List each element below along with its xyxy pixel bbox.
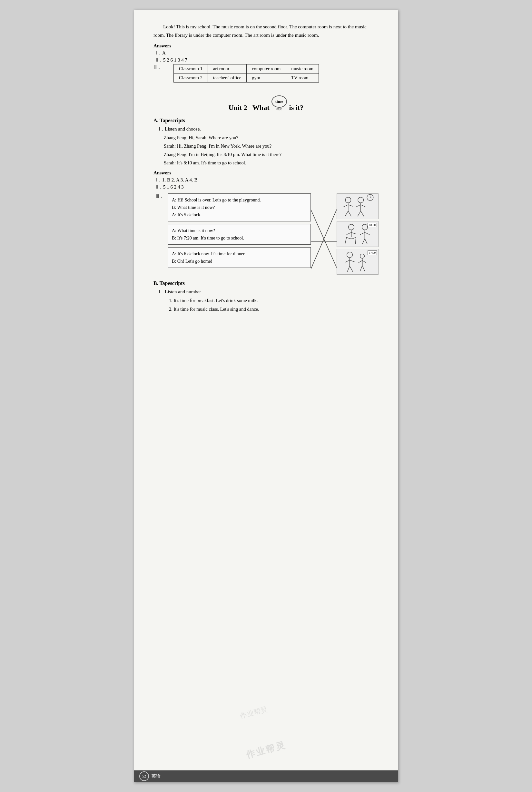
dialogue-box-2: A: What time is it now? B: It's 7:20 am.…: [168, 224, 311, 245]
page: Look! This is my school. The music room …: [134, 10, 398, 782]
a-listen-label: Ⅰ．Listen and choose.: [159, 126, 379, 132]
unit-title: Unit 2 What time 精灵 is it?: [153, 96, 379, 112]
watermark-2: 作业帮灵: [239, 704, 269, 721]
dialogue-boxes: A: Hi! School is over. Let's go to the p…: [168, 193, 311, 268]
svg-line-14: [356, 205, 361, 207]
clock-circle: time: [271, 95, 287, 108]
svg-point-12: [358, 197, 364, 203]
answers-label-1: Answers: [153, 43, 379, 49]
table-cell: music room: [286, 64, 319, 74]
answers-block-1: Answers Ⅰ．A Ⅱ．5 2 6 1 3 4 7 Ⅲ． Classroom…: [153, 43, 379, 88]
svg-line-35: [350, 266, 353, 272]
box3-line1: A: It's 6 o'clock now. It's time for din…: [172, 250, 307, 257]
svg-line-9: [348, 205, 353, 206]
svg-line-28: [362, 238, 365, 244]
dialogue-line-2: Sarah: Hi, Zhang Peng. I'm in New York. …: [164, 142, 379, 150]
table-cell: computer room: [247, 64, 286, 74]
b-tapescripts-title: B. Tapescripts: [153, 281, 379, 286]
dialogue-line-4: Sarah: It's 8:10 am. It's time to go to …: [164, 159, 379, 167]
svg-point-6: [345, 197, 351, 203]
svg-line-15: [361, 205, 366, 207]
box2-line2: B: It's 7:20 am. It's time to go to scho…: [172, 234, 307, 242]
dialogue-box-1: A: Hi! School is over. Let's go to the p…: [168, 193, 311, 221]
unit-label: Unit 2 What: [229, 103, 271, 112]
svg-line-26: [360, 232, 365, 235]
intro-paragraph: Look! This is my school. The music room …: [153, 23, 379, 39]
box1-line1: A: Hi! School is over. Let's go to the p…: [172, 196, 307, 204]
table-cell: Classroom 1: [174, 64, 208, 74]
a-answer-1: Ⅰ．1. B 2. A 3. A 4. B: [156, 177, 379, 183]
b-item-1: 1. It's time for breakfast. Let's drink …: [169, 297, 379, 305]
svg-line-16: [358, 211, 361, 216]
unit-end: is it?: [289, 103, 304, 112]
box3-line2: B: Oh! Let's go home!: [172, 257, 307, 265]
svg-line-10: [345, 211, 348, 216]
svg-line-33: [350, 260, 355, 262]
svg-point-36: [360, 254, 365, 258]
svg-line-38: [359, 260, 362, 263]
scene-image-1: [337, 193, 379, 219]
box2-line1: A: What time is it now?: [172, 227, 307, 234]
answer-table: Classroom 1 art room computer room music…: [173, 64, 319, 82]
box1-line2: B: What time is it now?: [172, 204, 307, 211]
svg-line-40: [360, 265, 362, 271]
a-answers-label: Answers: [153, 170, 379, 176]
svg-line-39: [362, 260, 366, 263]
svg-line-32: [345, 260, 350, 263]
time-badge-2: 18:00: [367, 223, 377, 227]
svg-line-11: [348, 211, 352, 216]
svg-line-20: [347, 232, 352, 235]
a-answer-2: Ⅱ．5 1 6 2 4 3: [156, 184, 379, 190]
table-cell: TV room: [286, 74, 319, 82]
a-answers-section: Answers Ⅰ．1. B 2. A 3. A 4. B Ⅱ．5 1 6 2 …: [153, 170, 379, 190]
table-cell: Classroom 2: [174, 74, 208, 82]
svg-line-29: [365, 238, 367, 244]
scene-image-3: 17:00: [337, 249, 379, 275]
svg-line-17: [361, 211, 364, 216]
svg-point-30: [347, 252, 353, 257]
iii-label: Ⅲ．: [153, 64, 163, 70]
table-cell: gym: [247, 74, 286, 82]
svg-point-24: [362, 224, 368, 230]
footer-bar: 52 英语: [134, 770, 398, 782]
svg-line-23: [355, 237, 356, 244]
clock-text: time: [276, 99, 283, 104]
table-cell: art room: [208, 64, 246, 74]
svg-line-21: [352, 232, 356, 234]
watermark-1: 作业帮灵: [244, 739, 287, 761]
svg-line-34: [347, 266, 350, 272]
connector-svg: [311, 193, 337, 284]
svg-line-5: [370, 197, 372, 198]
b-tapescripts-section: B. Tapescripts Ⅰ．Listen and number. 1. I…: [153, 281, 379, 313]
dialogue-box-3: A: It's 6 o'clock now. It's time for din…: [168, 247, 311, 268]
dialogue-line-1: Zhang Peng: Hi, Sarah. Where are you?: [164, 134, 379, 142]
a-tapescripts-title: A. Tapescripts: [153, 118, 379, 123]
dialogue-line-3: Zhang Peng: I'm in Beijing. It's 8:10 pm…: [164, 151, 379, 159]
scene-images: 18:00: [337, 193, 379, 275]
time-badge-3: 17:00: [367, 250, 377, 255]
answer-line-2: Ⅱ．5 2 6 1 3 4 7: [156, 57, 379, 63]
page-number: 52: [139, 771, 149, 781]
svg-line-27: [365, 232, 369, 235]
table-cell: teachers' office: [208, 74, 246, 82]
answer-iii-row: Ⅲ． Classroom 1 art room computer room mu…: [153, 64, 379, 88]
svg-line-8: [343, 205, 348, 207]
svg-line-41: [362, 265, 365, 271]
iii-matching-section: Ⅲ． A: Hi! School is over. Let's go to th…: [156, 193, 379, 275]
clock-stamp: time 精灵: [271, 96, 287, 111]
iii-matching-label: Ⅲ．: [156, 193, 165, 199]
b-listen-label: Ⅰ．Listen and number.: [159, 289, 379, 295]
svg-line-22: [345, 237, 347, 244]
svg-point-18: [348, 224, 354, 230]
answer-line-1: Ⅰ．A: [156, 50, 379, 56]
b-item-2: 2. It's time for music class. Let's sing…: [169, 306, 379, 313]
dialogue-block: Zhang Peng: Hi, Sarah. Where are you? Sa…: [153, 134, 379, 167]
footer-subject-label: 英语: [152, 773, 160, 779]
box1-line3: A: It's 5 o'clock.: [172, 211, 307, 218]
scene-image-2: 18:00: [337, 221, 379, 247]
